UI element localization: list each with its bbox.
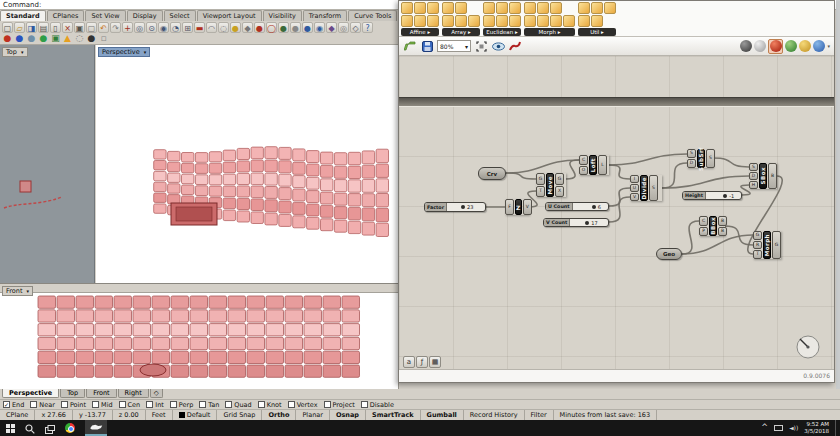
zoom-level-select[interactable]: 80% ▾ — [437, 40, 471, 52]
osnap-cen[interactable]: Cen — [119, 401, 141, 409]
gh-group-label-euclidean[interactable]: Euclidean ▸ — [483, 28, 521, 36]
viewport-front-title[interactable]: Front ▾ — [2, 286, 33, 296]
grasshopper-window[interactable]: Affine ▸Array ▸Euclidean ▸Morph ▸Util ▸ … — [398, 0, 835, 383]
menu-tab-set-view[interactable]: Set View — [85, 10, 125, 21]
gh-param-crv[interactable]: Crv — [478, 167, 506, 180]
toolbar-icon-0[interactable]: ▢ — [2, 22, 13, 33]
gh-component-icon[interactable] — [496, 15, 508, 27]
gh-component-icon[interactable] — [427, 2, 439, 14]
toolbar-icon-8[interactable]: ↶ — [98, 22, 109, 33]
checkbox-quad[interactable] — [225, 401, 232, 408]
slider-track[interactable]: 6 — [573, 203, 608, 210]
new-viewport-tab-button[interactable]: ◇ — [150, 389, 163, 398]
osnap-project[interactable]: Project — [324, 401, 355, 409]
render-icon-4[interactable]: ▣ — [50, 33, 61, 44]
input-G[interactable]: G — [753, 231, 762, 240]
toolbar-icon-7[interactable]: ▢ — [86, 22, 97, 33]
input-D[interactable]: D — [749, 172, 758, 180]
gh-component-icon[interactable] — [442, 15, 454, 27]
gh-component-icon[interactable] — [483, 15, 495, 27]
viewport-tab-right[interactable]: Right — [118, 389, 149, 398]
status-osnap[interactable]: Osnap — [330, 410, 366, 420]
render-icon-0[interactable]: ● — [2, 33, 13, 44]
gh-param-geo[interactable]: Geo — [656, 248, 682, 260]
output-G[interactable]: G — [555, 173, 564, 185]
osnap-point[interactable]: Point — [61, 401, 86, 409]
viewport-perspective-canvas[interactable] — [96, 45, 399, 283]
menu-tab-visibility[interactable]: Visibility — [263, 10, 302, 21]
slider-knob[interactable] — [592, 205, 596, 209]
gh-component-icon[interactable] — [591, 2, 603, 14]
viewport-tab-perspective[interactable]: Perspective — [2, 389, 59, 398]
slider-knob[interactable] — [461, 205, 465, 209]
toolbar-icon-4[interactable]: ▯ — [50, 22, 61, 33]
status-z-0-00[interactable]: z 0.00 — [113, 410, 146, 420]
output-B[interactable]: B — [718, 227, 727, 237]
save-file-button[interactable] — [420, 39, 434, 53]
toolbar-icon-13[interactable]: ◉ — [158, 22, 169, 33]
checkbox-project[interactable] — [324, 401, 331, 408]
input-T[interactable]: T — [753, 250, 762, 259]
gh-component-icon[interactable] — [414, 2, 426, 14]
gh-component-icon[interactable] — [401, 2, 413, 14]
gh-component-icon[interactable] — [591, 15, 603, 27]
output-G[interactable]: G — [772, 231, 781, 259]
input-I[interactable]: I — [630, 175, 639, 183]
osnap-tan[interactable]: Tan — [199, 401, 219, 409]
taskbar-clock[interactable]: 9:52 AM 3/5/2018 — [804, 421, 829, 435]
checkbox-int[interactable] — [146, 401, 153, 408]
checkbox-near[interactable] — [30, 401, 37, 408]
osnap-near[interactable]: Near — [30, 401, 55, 409]
render-icon-8[interactable]: ▫ — [98, 33, 109, 44]
toolbar-icon-29[interactable]: ◇ — [350, 22, 361, 33]
no-preview-button[interactable] — [740, 40, 752, 52]
toolbar-icon-23[interactable]: ● — [278, 22, 289, 33]
gh-component-icon[interactable] — [509, 15, 521, 27]
status-default[interactable]: Default — [173, 410, 218, 420]
viewport-perspective[interactable]: Perspective ▾ — [96, 45, 399, 283]
render-preview-button[interactable] — [813, 40, 825, 52]
toolbar-icon-9[interactable]: ↷ — [110, 22, 121, 33]
viewport-top-title[interactable]: Top ▾ — [2, 47, 28, 57]
chevron-down-icon[interactable]: ▾ — [27, 288, 30, 294]
chrome-icon[interactable] — [65, 423, 75, 433]
toolbar-icon-19[interactable]: ● — [230, 22, 241, 33]
gh-component-loft[interactable]: COLoftL — [579, 155, 609, 175]
render-icon-7[interactable]: ● — [86, 33, 97, 44]
status-gumball[interactable]: Gumball — [421, 410, 464, 420]
checkbox-point[interactable] — [61, 401, 68, 408]
gh-component-icon[interactable] — [442, 2, 454, 14]
input-V[interactable]: V — [630, 193, 639, 201]
toolbar-icon-30[interactable]: ? — [362, 22, 373, 33]
checkbox-tan[interactable] — [199, 401, 206, 408]
gh-slider-ucount[interactable]: U Count6 — [545, 202, 609, 211]
osnap-mid[interactable]: Mid — [92, 401, 113, 409]
osnap-perp[interactable]: Perp — [170, 401, 194, 409]
toolbar-icon-20[interactable]: ◆ — [242, 22, 253, 33]
volume-icon[interactable]: ◄)) — [789, 420, 798, 436]
toolbar-icon-10[interactable]: + — [122, 22, 133, 33]
checkbox-perp[interactable] — [170, 401, 177, 408]
checkbox-knot[interactable] — [258, 401, 265, 408]
osnap-int[interactable]: Int — [146, 401, 164, 409]
status-grid-snap[interactable]: Grid Snap — [217, 410, 262, 420]
gh-group-label-array[interactable]: Array ▸ — [442, 28, 480, 36]
output-S[interactable]: S — [706, 149, 715, 168]
viewport-top-canvas[interactable] — [0, 45, 95, 283]
output-L[interactable]: L — [598, 155, 607, 175]
gh-component-icon[interactable] — [524, 15, 536, 27]
chevron-down-icon[interactable]: ▾ — [827, 38, 830, 54]
toolbar-icon-22[interactable]: ◯ — [266, 22, 277, 33]
toolbar-icon-25[interactable]: ● — [302, 22, 313, 33]
start-button-icon[interactable] — [6, 424, 15, 433]
gh-component-icon[interactable] — [604, 2, 616, 14]
status-ortho[interactable]: Ortho — [262, 410, 296, 420]
slider-track[interactable]: 23 — [447, 203, 485, 211]
open-file-button[interactable] — [403, 39, 417, 53]
gh-component-icon[interactable] — [427, 15, 439, 27]
grasshopper-canvas[interactable]: CrvFactor23FZVGTMoveGXCOLoftLU Count6V C… — [399, 56, 834, 371]
gh-component-icon[interactable] — [578, 2, 590, 14]
gh-component-icon[interactable] — [468, 15, 480, 27]
gh-component-icon[interactable] — [550, 15, 562, 27]
menu-tab-standard[interactable]: Standard — [0, 10, 46, 21]
